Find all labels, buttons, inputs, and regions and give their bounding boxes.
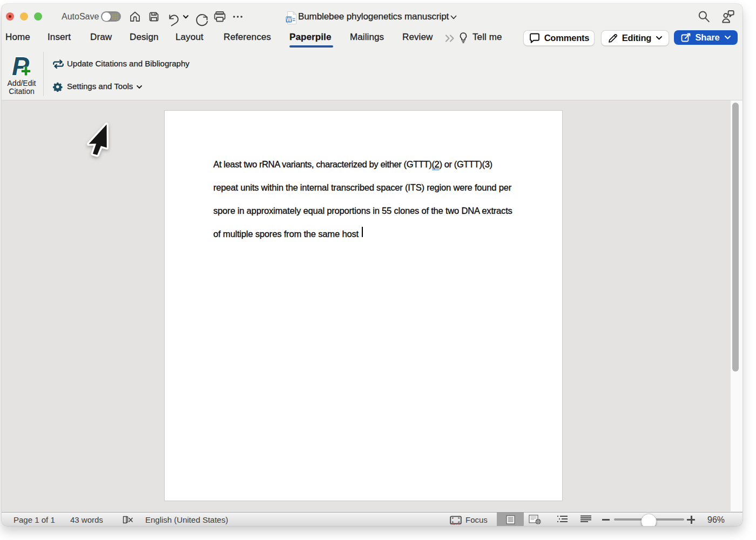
svg-text:P: P <box>12 52 30 80</box>
svg-text:W: W <box>286 17 292 23</box>
